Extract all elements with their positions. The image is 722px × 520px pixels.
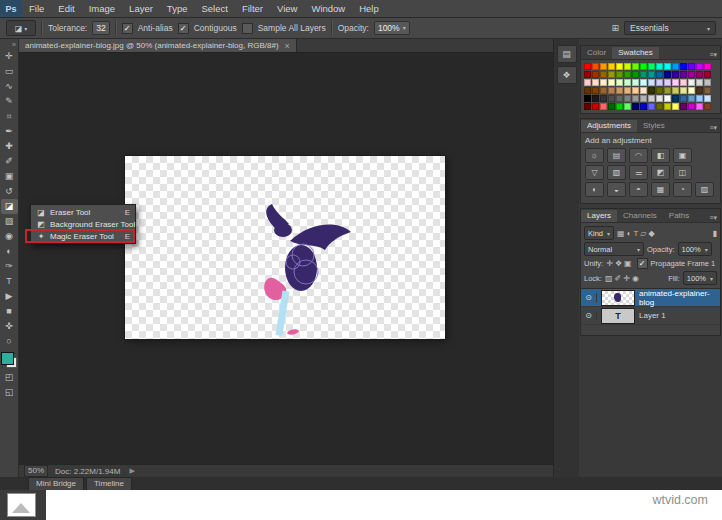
color-swatch[interactable] — [640, 103, 647, 110]
lock-icon[interactable]: ✛ — [623, 274, 630, 283]
adjustment-icon[interactable]: ☼ — [585, 148, 604, 163]
adjustment-icon[interactable]: ◠ — [629, 148, 648, 163]
tab-styles[interactable]: Styles — [637, 120, 671, 132]
color-swatch[interactable] — [608, 95, 615, 102]
flyout-item-magic-eraser-tool[interactable]: ✦Magic Eraser ToolE — [32, 230, 134, 242]
unify-icon[interactable]: ❖ — [615, 259, 622, 268]
layer-opacity-field[interactable]: 100%▾ — [678, 242, 712, 256]
color-swatch[interactable] — [648, 87, 655, 94]
color-swatch[interactable] — [600, 79, 607, 86]
color-swatch[interactable] — [600, 87, 607, 94]
menu-item-filter[interactable]: Filter — [235, 0, 270, 17]
adjustment-icon[interactable]: ◫ — [673, 165, 692, 180]
color-swatch[interactable] — [680, 95, 687, 102]
tool-healing-brush[interactable]: ✚ — [1, 139, 18, 154]
color-swatch[interactable] — [624, 87, 631, 94]
color-swatch[interactable] — [664, 79, 671, 86]
color-swatch[interactable] — [696, 87, 703, 94]
tool-path-selection[interactable]: ▶ — [1, 289, 18, 304]
tool-brush[interactable]: ✐ — [1, 154, 18, 169]
color-swatch[interactable] — [616, 71, 623, 78]
color-swatch[interactable] — [704, 95, 711, 102]
color-swatch[interactable] — [656, 103, 663, 110]
color-swatch[interactable] — [672, 79, 679, 86]
color-swatch[interactable] — [624, 103, 631, 110]
adjustment-icon[interactable]: ▧ — [607, 165, 626, 180]
adjustment-icon[interactable]: ▦ — [651, 182, 670, 197]
lock-icon[interactable]: ✐ — [615, 274, 622, 283]
layer-filter-icon[interactable]: ▦ — [617, 229, 625, 238]
color-swatch[interactable] — [680, 71, 687, 78]
tool-type[interactable]: T — [1, 274, 18, 289]
color-swatch[interactable] — [616, 63, 623, 70]
layer-row-animated-explainer-blog[interactable]: ⊙animated-explainer-blog — [581, 289, 720, 307]
color-swatch[interactable] — [680, 103, 687, 110]
tool-move[interactable]: ✛ — [1, 49, 18, 64]
tolerance-input[interactable]: 32 — [92, 21, 109, 35]
color-swatch[interactable] — [584, 95, 591, 102]
adjustment-icon[interactable]: ▨ — [695, 182, 714, 197]
properties-panel-icon[interactable]: ❖ — [557, 66, 577, 84]
adjustment-icon[interactable]: ◓ — [629, 182, 648, 197]
color-swatch[interactable] — [688, 103, 695, 110]
color-swatch[interactable] — [632, 103, 639, 110]
color-swatch[interactable] — [592, 103, 599, 110]
color-swatch[interactable] — [672, 63, 679, 70]
layer-row-layer-1[interactable]: ⊙TLayer 1 — [581, 307, 720, 325]
color-swatch[interactable] — [664, 71, 671, 78]
layer-filter-icon[interactable]: ◐ — [627, 229, 632, 238]
tab-paths[interactable]: Paths — [663, 210, 695, 222]
color-swatch[interactable] — [696, 95, 703, 102]
color-swatch[interactable] — [608, 87, 615, 94]
layer-thumbnail[interactable]: T — [601, 308, 635, 324]
color-swatch[interactable] — [608, 103, 615, 110]
workspace-switcher[interactable]: Essentials ▾ — [624, 21, 716, 35]
color-swatch[interactable] — [584, 103, 591, 110]
adjustment-icon[interactable]: ◐ — [585, 182, 604, 197]
color-swatch[interactable] — [656, 71, 663, 78]
color-swatch[interactable] — [664, 103, 671, 110]
menu-item-edit[interactable]: Edit — [51, 0, 81, 17]
color-swatch[interactable] — [672, 103, 679, 110]
color-swatch[interactable] — [600, 71, 607, 78]
tab-swatches[interactable]: Swatches — [612, 47, 659, 59]
color-swatch[interactable] — [624, 71, 631, 78]
color-swatch[interactable] — [584, 71, 591, 78]
color-swatch[interactable] — [616, 95, 623, 102]
color-swatch[interactable] — [640, 63, 647, 70]
adjustment-icon[interactable]: ◔ — [673, 182, 692, 197]
color-swatch[interactable] — [688, 95, 695, 102]
color-swatch[interactable] — [640, 79, 647, 86]
color-swatch[interactable] — [616, 79, 623, 86]
color-swatch[interactable] — [584, 87, 591, 94]
swatches-panel-menu-icon[interactable]: ≡▾ — [709, 51, 720, 59]
menu-item-view[interactable]: View — [270, 0, 304, 17]
color-swatch[interactable] — [696, 79, 703, 86]
unify-icon[interactable]: ✛ — [606, 259, 613, 268]
tab-adjustments[interactable]: Adjustments — [581, 120, 637, 132]
color-swatch[interactable] — [680, 87, 687, 94]
color-swatch[interactable] — [592, 71, 599, 78]
fill-field[interactable]: 100%▾ — [683, 271, 717, 285]
color-swatch[interactable] — [696, 103, 703, 110]
adjustment-icon[interactable]: ◧ — [651, 148, 670, 163]
color-swatch[interactable] — [640, 95, 647, 102]
tool-screen-mode[interactable]: ◱ — [1, 385, 18, 400]
color-swatch[interactable] — [704, 87, 711, 94]
adjustment-icon[interactable]: ▤ — [607, 148, 626, 163]
layers-panel-menu-icon[interactable]: ≡▾ — [709, 214, 720, 222]
opacity-input[interactable]: 100%▾ — [374, 21, 410, 35]
color-swatch[interactable] — [688, 87, 695, 94]
color-swatch[interactable] — [592, 95, 599, 102]
filter-toggle-icon[interactable]: ▮ — [713, 229, 717, 238]
adjustment-icon[interactable]: ◩ — [651, 165, 670, 180]
history-panel-icon[interactable]: ▤ — [557, 45, 577, 63]
color-swatch[interactable] — [664, 87, 671, 94]
color-swatch[interactable] — [648, 95, 655, 102]
tool-preset-picker[interactable]: ◪ ▾ — [6, 20, 36, 36]
tool-marquee[interactable]: ▭ — [1, 64, 18, 79]
adjustment-icon[interactable]: ▣ — [673, 148, 692, 163]
tab-timeline[interactable]: Timeline — [86, 477, 132, 490]
color-swatch[interactable] — [624, 63, 631, 70]
color-swatch[interactable] — [656, 63, 663, 70]
